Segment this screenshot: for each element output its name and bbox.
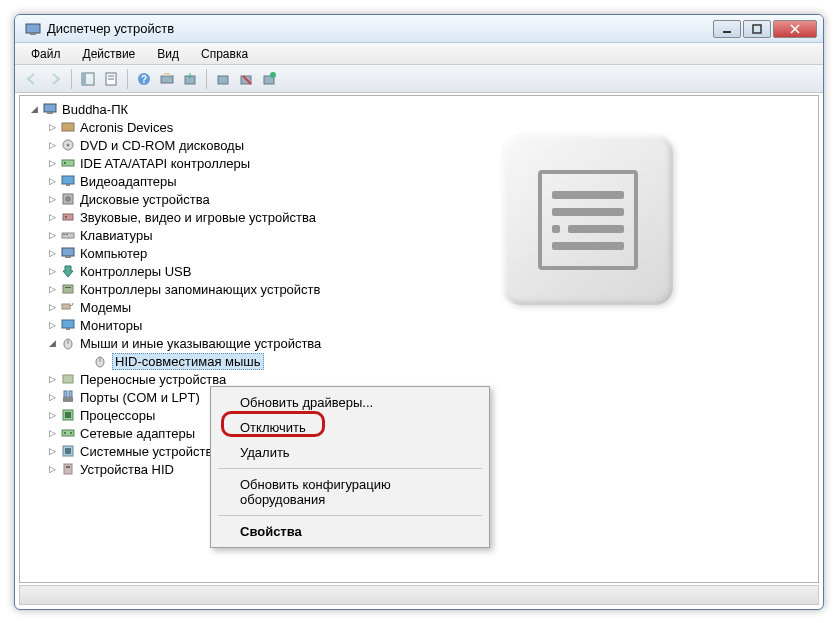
menu-view[interactable]: Вид xyxy=(147,45,189,63)
tree-category[interactable]: ◢Мыши и иные указывающие устройства xyxy=(20,334,818,352)
svg-rect-14 xyxy=(218,76,228,84)
svg-rect-32 xyxy=(63,234,65,235)
tree-category[interactable]: ▷Контроллеры USB xyxy=(20,262,818,280)
svg-point-22 xyxy=(67,144,70,147)
tree-device[interactable]: HID-совместимая мышь xyxy=(20,352,818,370)
svg-point-52 xyxy=(64,432,66,434)
tree-item-label: Acronis Devices xyxy=(80,120,173,135)
tree-category[interactable]: ▷DVD и CD-ROM дисководы xyxy=(20,136,818,154)
expand-icon[interactable]: ▷ xyxy=(46,139,58,151)
device-category-icon xyxy=(60,317,76,333)
expand-icon[interactable]: ◢ xyxy=(46,337,58,349)
context-delete[interactable]: Удалить xyxy=(214,440,486,465)
svg-point-17 xyxy=(270,72,276,78)
svg-rect-56 xyxy=(64,464,72,474)
tree-category[interactable]: ▷Компьютер xyxy=(20,244,818,262)
disable-device-button[interactable] xyxy=(235,68,257,90)
tree-item-label: Мыши и иные указывающие устройства xyxy=(80,336,321,351)
tree-item-label: Модемы xyxy=(80,300,131,315)
expand-icon[interactable]: ▷ xyxy=(46,157,58,169)
expand-icon[interactable]: ▷ xyxy=(46,445,58,457)
toolbar: ? xyxy=(15,65,823,93)
svg-rect-18 xyxy=(44,104,56,112)
tree-item-label: Переносные устройства xyxy=(80,372,226,387)
device-category-icon xyxy=(60,407,76,423)
expand-icon[interactable]: ▷ xyxy=(46,319,58,331)
tree-category[interactable]: ▷Дисковые устройства xyxy=(20,190,818,208)
tree-item-label: Сетевые адаптеры xyxy=(80,426,195,441)
tree-category[interactable]: ▷Видеоадаптеры xyxy=(20,172,818,190)
watermark-badge xyxy=(503,135,673,305)
expand-icon[interactable]: ▷ xyxy=(46,409,58,421)
expand-icon[interactable]: ▷ xyxy=(46,373,58,385)
tree-category[interactable]: ▷Контроллеры запоминающих устройств xyxy=(20,280,818,298)
tree-category[interactable]: ▷Acronis Devices xyxy=(20,118,818,136)
context-update-drivers[interactable]: Обновить драйверы... xyxy=(214,390,486,415)
svg-rect-40 xyxy=(66,328,70,330)
device-category-icon xyxy=(60,281,76,297)
tree-item-label: Порты (COM и LPT) xyxy=(80,390,200,405)
expand-icon[interactable]: ▷ xyxy=(46,301,58,313)
menu-help[interactable]: Справка xyxy=(191,45,258,63)
context-scan[interactable]: Обновить конфигурацию оборудования xyxy=(214,472,486,512)
context-separator xyxy=(218,468,482,469)
device-category-icon xyxy=(60,425,76,441)
expand-icon[interactable]: ▷ xyxy=(46,265,58,277)
svg-rect-45 xyxy=(63,375,73,383)
expand-icon[interactable]: ▷ xyxy=(46,211,58,223)
svg-rect-0 xyxy=(26,24,40,33)
svg-point-30 xyxy=(65,216,67,218)
device-category-icon xyxy=(60,299,76,315)
enable-device-button[interactable] xyxy=(258,68,280,90)
svg-rect-50 xyxy=(65,412,71,418)
context-properties[interactable]: Свойства xyxy=(214,519,486,544)
collapse-icon[interactable]: ◢ xyxy=(28,103,40,115)
expand-icon[interactable]: ▷ xyxy=(46,427,58,439)
svg-rect-19 xyxy=(47,112,53,114)
expand-icon[interactable]: ▷ xyxy=(46,283,58,295)
tree-item-label: Процессоры xyxy=(80,408,155,423)
menu-file[interactable]: Файл xyxy=(21,45,71,63)
expand-icon[interactable]: ▷ xyxy=(46,175,58,187)
window-title: Диспетчер устройств xyxy=(47,21,713,36)
svg-rect-1 xyxy=(30,33,36,35)
svg-rect-35 xyxy=(65,256,71,258)
tree-category[interactable]: ▷Звуковые, видео и игровые устройства xyxy=(20,208,818,226)
uninstall-button[interactable] xyxy=(212,68,234,90)
tree-item-label: Контроллеры запоминающих устройств xyxy=(80,282,320,297)
svg-rect-57 xyxy=(66,466,70,468)
device-category-icon xyxy=(60,335,76,351)
menu-action[interactable]: Действие xyxy=(73,45,146,63)
expand-icon[interactable]: ▷ xyxy=(46,463,58,475)
context-menu: Обновить драйверы... Отключить Удалить О… xyxy=(210,386,490,548)
device-category-icon xyxy=(60,227,76,243)
properties-button[interactable] xyxy=(100,68,122,90)
tree-category[interactable]: ▷Мониторы xyxy=(20,316,818,334)
tree-root[interactable]: ◢ Buddha-ПК xyxy=(20,100,818,118)
app-icon xyxy=(25,21,41,37)
show-hide-tree-button[interactable] xyxy=(77,68,99,90)
update-driver-button[interactable] xyxy=(179,68,201,90)
expand-icon[interactable]: ▷ xyxy=(46,247,58,259)
tree-item-label: Контроллеры USB xyxy=(80,264,191,279)
svg-rect-37 xyxy=(65,287,71,288)
svg-rect-34 xyxy=(62,248,74,256)
menubar: Файл Действие Вид Справка xyxy=(15,43,823,65)
expand-icon[interactable]: ▷ xyxy=(46,193,58,205)
tree-category[interactable]: ▷IDE ATA/ATAPI контроллеры xyxy=(20,154,818,172)
maximize-button[interactable] xyxy=(743,20,771,38)
close-button[interactable] xyxy=(773,20,817,38)
svg-rect-29 xyxy=(63,214,73,220)
tree-category[interactable]: ▷Модемы xyxy=(20,298,818,316)
minimize-button[interactable] xyxy=(713,20,741,38)
help-button[interactable]: ? xyxy=(133,68,155,90)
titlebar[interactable]: Диспетчер устройств xyxy=(15,15,823,43)
tree-category[interactable]: ▷Клавиатуры xyxy=(20,226,818,244)
scan-hardware-button[interactable] xyxy=(156,68,178,90)
expand-icon[interactable]: ▷ xyxy=(46,391,58,403)
spacer xyxy=(78,355,90,367)
context-disable[interactable]: Отключить xyxy=(214,415,486,440)
expand-icon[interactable]: ▷ xyxy=(46,229,58,241)
expand-icon[interactable]: ▷ xyxy=(46,121,58,133)
svg-rect-51 xyxy=(62,430,74,436)
